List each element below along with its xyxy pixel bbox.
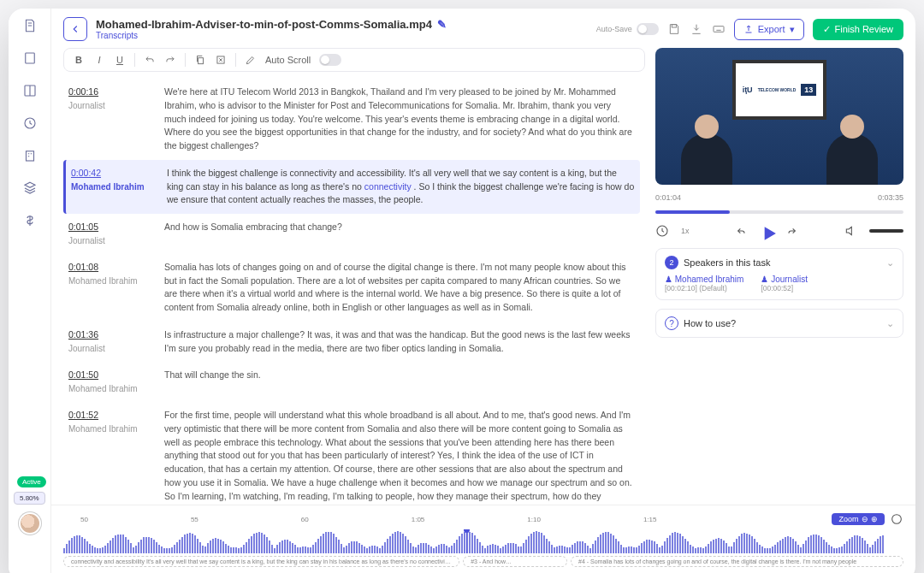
telecom-world-logo: TELECOM WORLD <box>758 88 797 92</box>
segment-timestamp[interactable]: 0:01:08 <box>68 261 147 275</box>
svg-rect-3 <box>26 151 33 161</box>
tick-label: 1:15 <box>643 516 657 523</box>
clear-button[interactable] <box>215 54 227 66</box>
user-avatar[interactable] <box>19 512 41 535</box>
save-icon[interactable] <box>667 22 681 36</box>
speed-button[interactable] <box>655 224 669 238</box>
back-button[interactable] <box>63 17 87 41</box>
speakers-panel-title: Speakers in this task <box>684 257 771 268</box>
svg-rect-0 <box>25 53 34 63</box>
book-icon[interactable] <box>21 50 38 67</box>
layers-icon[interactable] <box>21 180 38 197</box>
transcript-segment[interactable]: 0:01:50Mohamed IbrahimThat will change t… <box>63 362 640 402</box>
autoscroll-toggle[interactable] <box>319 54 341 66</box>
breadcrumb[interactable]: Transcripts <box>96 31 447 40</box>
segment-speaker: Mohamed Ibrahim <box>71 180 150 193</box>
timeline-settings-icon[interactable] <box>890 512 903 526</box>
transcript-segment[interactable]: 0:01:36JournalistIs infrastructure a maj… <box>63 322 640 363</box>
transcript-segment[interactable]: 0:00:16JournalistWe're here at ITU Telec… <box>63 79 640 160</box>
segment-timestamp[interactable]: 0:00:42 <box>71 167 150 180</box>
keyboard-icon[interactable] <box>712 22 726 36</box>
segment-text[interactable]: I think the biggest challenge is connect… <box>167 167 635 207</box>
timeline-segment[interactable]: connectivity and acessibility It's all v… <box>63 556 459 567</box>
speed-label: 1x <box>681 227 690 235</box>
transcript-segment[interactable]: 0:01:08Mohamed IbrahimSomalia has lots o… <box>63 254 640 322</box>
highlighted-keyword: connectivity <box>364 181 412 192</box>
speaker-name[interactable]: ♟ Journalist <box>761 275 808 284</box>
forward-button[interactable] <box>785 224 799 238</box>
volume-icon[interactable] <box>844 224 857 238</box>
autosave-toggle[interactable] <box>637 23 659 35</box>
rewind-button[interactable] <box>734 224 748 238</box>
timeline-segment[interactable]: #4 - Somalia has lots of changes going o… <box>571 556 903 567</box>
main-column: Mohamed-Ibrahim-Adviser-to-min-of-post-C… <box>51 9 915 573</box>
segment-text[interactable]: For the first time, people will understa… <box>164 409 635 505</box>
svg-rect-6 <box>198 58 204 64</box>
transcript-list[interactable]: 0:00:16JournalistWe're here at ITU Telec… <box>63 79 645 505</box>
tick-label: 50 <box>80 516 88 523</box>
person-right <box>818 99 886 185</box>
transcript-segment[interactable]: 0:01:05JournalistAnd how is Somalia embr… <box>63 214 640 254</box>
finish-review-button[interactable]: ✓Finish Review <box>813 19 903 40</box>
player-controls: 1x <box>655 222 903 239</box>
building-icon[interactable] <box>21 147 38 164</box>
segment-text[interactable]: That will change the sin. <box>164 369 635 395</box>
segment-timestamp[interactable]: 0:00:16 <box>68 86 147 99</box>
dollar-icon[interactable] <box>21 212 38 229</box>
segment-text[interactable]: We're here at ITU Telecom World 2013 in … <box>164 86 635 153</box>
edit-title-icon[interactable]: ✎ <box>437 18 447 31</box>
copy-button[interactable] <box>194 54 206 66</box>
question-icon: ? <box>665 316 678 330</box>
speakers-panel: 2 Speakers in this task ⌄ ♟ Mohamed Ibra… <box>655 248 903 300</box>
segment-timestamp[interactable]: 0:01:05 <box>68 221 147 234</box>
chevron-down-icon: ⌄ <box>886 318 894 329</box>
segment-text[interactable]: And how is Somalia embracing that change… <box>164 221 635 247</box>
speaker-name[interactable]: ♟ Mohamed Ibrahim <box>665 275 743 284</box>
tick-label: 60 <box>301 516 309 523</box>
howto-panel[interactable]: ? How to use? ⌄ <box>655 309 903 338</box>
export-label: Export <box>758 24 785 34</box>
speaker-count-badge: 2 <box>665 256 678 269</box>
columns-icon[interactable] <box>21 82 38 99</box>
undo-button[interactable] <box>144 54 156 66</box>
video-player[interactable]: iţU TELECOM WORLD 13 <box>655 48 903 185</box>
clock-icon[interactable] <box>21 115 38 132</box>
redo-button[interactable] <box>164 54 176 66</box>
segment-speaker: Mohamed Ibrahim <box>68 422 147 435</box>
timeline-ticks: 5055601:051:101:15 <box>80 516 656 523</box>
segment-timestamp[interactable]: 0:01:50 <box>68 369 147 382</box>
zoom-button[interactable]: Zoom ⊖ ⊕ <box>832 513 885 525</box>
autosave-toggle-group: Auto-Save <box>596 23 659 35</box>
volume-slider[interactable] <box>869 229 903 233</box>
svg-rect-4 <box>672 25 676 27</box>
video-progress[interactable] <box>655 210 903 214</box>
italic-button[interactable]: I <box>93 54 105 66</box>
export-button[interactable]: Export▾ <box>734 19 804 40</box>
content-row: B I U Auto Scroll 0:00:16JournalistWe're… <box>51 44 915 505</box>
play-button[interactable] <box>760 224 773 238</box>
segment-text[interactable]: Is infrastructure a major challenge? It … <box>164 328 635 356</box>
bold-button[interactable]: B <box>73 54 85 66</box>
logo-icon[interactable] <box>21 17 38 34</box>
chevron-down-icon[interactable]: ⌄ <box>886 257 894 269</box>
howto-title: How to use? <box>684 318 736 328</box>
waveform[interactable] <box>63 529 903 553</box>
segment-timestamp[interactable]: 0:01:36 <box>68 328 147 342</box>
playhead[interactable] <box>466 529 467 553</box>
segment-timestamp[interactable]: 0:01:52 <box>68 409 147 422</box>
underline-button[interactable]: U <box>114 54 126 66</box>
segment-speaker: Journalist <box>68 99 147 112</box>
highlight-button[interactable] <box>245 54 257 66</box>
timeline-segment[interactable]: #3 - And how… <box>463 556 567 567</box>
tick-label: 1:10 <box>527 516 541 523</box>
segment-speaker: Journalist <box>68 234 147 247</box>
tick-label: 1:05 <box>412 516 425 523</box>
segment-speaker: Journalist <box>68 342 147 355</box>
transcript-segment[interactable]: 0:01:52Mohamed IbrahimFor the first time… <box>63 402 640 505</box>
finish-label: Finish Review <box>835 24 893 34</box>
transcript-segment[interactable]: 0:00:42Mohamed IbrahimI think the bigges… <box>63 160 640 214</box>
video-board: iţU TELECOM WORLD 13 <box>732 60 826 120</box>
editor-toolbar: B I U Auto Scroll <box>63 48 645 72</box>
download-icon[interactable] <box>690 22 703 36</box>
segment-text[interactable]: Somalia has lots of changes going on and… <box>164 261 635 315</box>
